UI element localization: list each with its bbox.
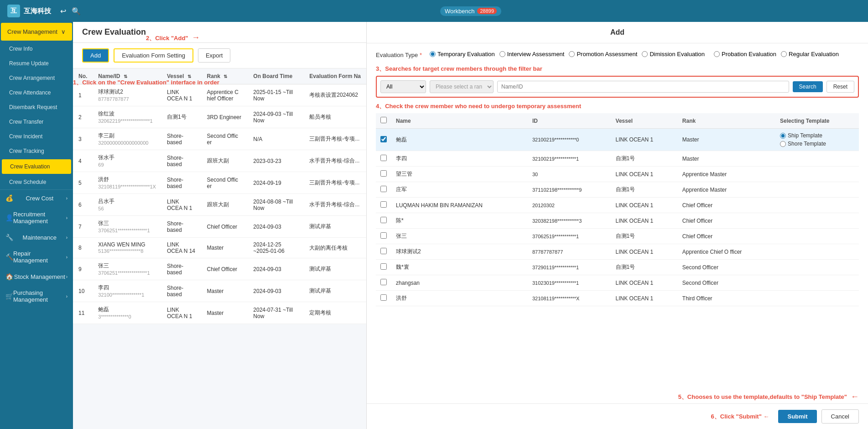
crew-selection-table: Name ID Vessel Rank Selecting Template 鲍… bbox=[376, 113, 859, 306]
col-selecting-template: Selecting Template bbox=[775, 113, 859, 129]
cell-rank: Chief Officer bbox=[202, 216, 248, 238]
cell-crew-name: zhangsan bbox=[391, 275, 528, 291]
cell-check[interactable] bbox=[376, 198, 391, 213]
filter-all-select[interactable]: All bbox=[380, 80, 426, 93]
row-checkbox[interactable] bbox=[380, 201, 387, 208]
filter-rank-select[interactable]: Please select a rank bbox=[430, 80, 494, 93]
row-checkbox[interactable] bbox=[380, 186, 387, 192]
cell-vessel: LINK OCEA N 1 bbox=[161, 194, 202, 216]
search-icon[interactable]: 🔍 bbox=[72, 7, 81, 16]
sidebar-section-stock[interactable]: 🏠 Stock Management › bbox=[0, 268, 73, 285]
cell-check[interactable] bbox=[376, 213, 391, 229]
cell-template[interactable]: Ship Template Shore Template bbox=[775, 129, 859, 151]
sidebar-section-purchasing[interactable]: 🛒 Purchasing Management › bbox=[0, 285, 73, 308]
sidebar-item-crew-schedule[interactable]: Crew Schedule bbox=[0, 175, 73, 189]
reset-button[interactable]: Reset bbox=[826, 81, 854, 93]
row-checkbox[interactable] bbox=[380, 248, 387, 254]
cell-onboard: N/A bbox=[248, 128, 304, 150]
cell-rank: 跟班大副 bbox=[202, 150, 248, 172]
add-button[interactable]: Add bbox=[82, 48, 109, 63]
cell-check[interactable] bbox=[376, 182, 391, 198]
sidebar-section-maintenance[interactable]: 🔧 Maintenance › bbox=[0, 229, 73, 246]
cell-check[interactable] bbox=[376, 291, 391, 306]
sort-icon-rank[interactable]: ⇅ bbox=[223, 74, 227, 79]
cancel-button[interactable]: Cancel bbox=[821, 409, 859, 424]
table-row: 4 张水手69 Shore-based 跟班大副 2023-03-23 水手晋升… bbox=[73, 150, 366, 172]
cell-check[interactable] bbox=[376, 229, 391, 244]
cell-form: 水手晋升考核-综合... bbox=[304, 194, 366, 216]
sidebar-item-resume-update[interactable]: Resume Update bbox=[0, 56, 73, 71]
radio-promotion[interactable]: Promotion Assessment bbox=[569, 51, 637, 58]
radio-temporary[interactable]: Temporary Evaluation bbox=[430, 51, 495, 58]
sidebar-item-crew-attendance[interactable]: Crew Attendance bbox=[0, 85, 73, 100]
cell-check[interactable] bbox=[376, 244, 391, 260]
cell-onboard: 2023-03-23 bbox=[248, 150, 304, 172]
list-item: 魏*寰 37290119***********1 自测1号 Second Off… bbox=[376, 260, 859, 275]
cell-template bbox=[775, 213, 859, 229]
main-layout: Crew Management ∨ Crew Info Resume Updat… bbox=[0, 22, 868, 429]
sidebar-item-crew-transfer[interactable]: Crew Transfer bbox=[0, 115, 73, 129]
cell-crew-vessel: 自测1号 bbox=[611, 182, 678, 198]
table-row: 10 李四32100***************1 Shore-based M… bbox=[73, 280, 366, 302]
sidebar-item-disembark-request[interactable]: Disembark Request bbox=[0, 100, 73, 115]
sort-icon-vessel[interactable]: ⇅ bbox=[187, 74, 191, 79]
page-title: Crew Evaluation bbox=[82, 27, 357, 37]
cell-check[interactable] bbox=[376, 151, 391, 167]
row-checkbox[interactable] bbox=[380, 294, 387, 301]
topbar-left-icons: ↩ 🔍 bbox=[60, 7, 81, 16]
cell-form: 船员考核 bbox=[304, 106, 366, 128]
evaluation-form-setting-button[interactable]: Evaluation Form Setting bbox=[114, 48, 193, 63]
row-checkbox[interactable] bbox=[380, 232, 387, 239]
radio-dimission[interactable]: Dimission Evaluation bbox=[642, 51, 705, 58]
sidebar-item-crew-tracking[interactable]: Crew Tracking bbox=[0, 144, 73, 158]
chevron-right-icon-2: › bbox=[66, 215, 68, 220]
cell-check[interactable] bbox=[376, 275, 391, 291]
sidebar-item-crew-incident[interactable]: Crew Incident bbox=[0, 129, 73, 144]
cell-rank: 跟班大副 bbox=[202, 194, 248, 216]
cell-vessel: LINK OCEA N 1 bbox=[161, 84, 202, 106]
col-crew-vessel: Vessel bbox=[611, 113, 678, 129]
sidebar-item-crew-info[interactable]: Crew Info bbox=[0, 42, 73, 56]
radio-probation[interactable]: Probation Evaluation bbox=[714, 51, 776, 58]
row-checkbox[interactable] bbox=[380, 155, 387, 161]
export-button[interactable]: Export bbox=[198, 48, 231, 63]
radio-regular[interactable]: Regular Evaluation bbox=[781, 51, 839, 58]
search-button[interactable]: Search bbox=[793, 81, 823, 92]
cell-check[interactable] bbox=[376, 129, 391, 151]
topbar-center: Workbench 28899 bbox=[81, 6, 861, 16]
row-checkbox[interactable] bbox=[380, 263, 387, 270]
cell-crew-name: 望三管 bbox=[391, 167, 528, 182]
sidebar-item-crew-evaluation[interactable]: Crew Evaluation bbox=[2, 159, 71, 174]
template-ship-radio[interactable]: Ship Template bbox=[780, 132, 854, 139]
template-shore-radio[interactable]: Shore Template bbox=[780, 141, 854, 147]
row-checkbox[interactable] bbox=[380, 217, 387, 223]
row-checkbox[interactable] bbox=[380, 279, 387, 285]
cell-template bbox=[775, 167, 859, 182]
cell-check[interactable] bbox=[376, 260, 391, 275]
cell-check[interactable] bbox=[376, 167, 391, 182]
sidebar-section-recruitment[interactable]: 👤 Recruitment Management › bbox=[0, 206, 73, 229]
cell-name-id: 球球测试287787787877 bbox=[93, 84, 161, 106]
cell-vessel: LINK OCEA N 1 bbox=[161, 302, 202, 324]
panel-title: Add bbox=[367, 22, 868, 43]
radio-interview[interactable]: Interview Assessment bbox=[499, 51, 565, 58]
sidebar-crew-management-header[interactable]: Crew Management ∨ bbox=[1, 23, 72, 41]
back-icon[interactable]: ↩ bbox=[60, 7, 66, 16]
sidebar-item-crew-arrangement[interactable]: Crew Arrangement bbox=[0, 71, 73, 85]
row-checkbox[interactable] bbox=[380, 170, 387, 177]
sort-icon-name[interactable]: ⇅ bbox=[124, 74, 127, 79]
filter-name-id-input[interactable] bbox=[497, 81, 789, 93]
col-no: No. bbox=[73, 68, 93, 84]
row-checkbox[interactable] bbox=[380, 136, 387, 142]
sidebar-section-crew-cost[interactable]: 💰 Crew Cost › bbox=[0, 190, 73, 206]
cell-crew-vessel: LINK OCEAN 1 bbox=[611, 167, 678, 182]
cell-name-id: 张三3706251***************1 bbox=[93, 216, 161, 238]
select-all-checkbox[interactable] bbox=[380, 117, 387, 123]
cell-crew-vessel: LINK OCEAN 1 bbox=[611, 129, 678, 151]
cell-onboard: 2024-09-03 bbox=[248, 258, 304, 280]
workbench-badge[interactable]: Workbench 28899 bbox=[440, 6, 501, 16]
cell-name-id: XIANG WEN MING5136****************8 bbox=[93, 238, 161, 258]
submit-button[interactable]: Submit bbox=[778, 410, 816, 423]
sidebar-section-repair[interactable]: 🔨 Repair Management › bbox=[0, 246, 73, 268]
list-item: zhangsan 31023019***********1 LINK OCEAN… bbox=[376, 275, 859, 291]
